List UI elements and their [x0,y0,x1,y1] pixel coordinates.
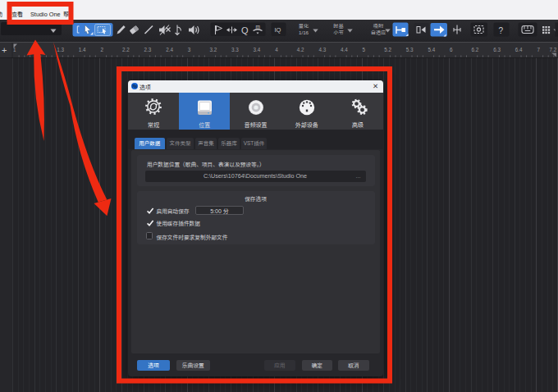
svg-text:1.3: 1.3 [57,47,64,52]
svg-text:4.4: 4.4 [341,47,348,52]
svg-text:2.2: 2.2 [122,47,130,52]
svg-text:1.4: 1.4 [79,47,86,52]
svg-text:1: 1 [13,47,16,52]
svg-text:5.3: 5.3 [406,47,414,52]
svg-text:2.4: 2.4 [166,47,173,52]
svg-text:6.3: 6.3 [493,47,501,52]
svg-text:2.3: 2.3 [144,47,152,52]
svg-text:3: 3 [188,47,191,52]
svg-text:6: 6 [450,47,453,52]
svg-text:2: 2 [100,47,103,52]
svg-text:?: ? [499,26,504,35]
svg-text:3.2: 3.2 [209,47,217,52]
svg-text:4.3: 4.3 [318,47,326,52]
svg-text:6.2: 6.2 [472,47,479,52]
svg-text:5.2: 5.2 [384,47,391,52]
svg-text:Q: Q [241,25,249,35]
svg-text:5.4: 5.4 [428,47,435,52]
svg-text:3.4: 3.4 [254,47,261,52]
svg-text:6.4: 6.4 [515,47,523,52]
svg-text:7: 7 [537,47,540,52]
svg-text:m: m [256,24,260,30]
svg-text:4.2: 4.2 [297,47,304,52]
svg-text:5: 5 [363,47,366,52]
svg-text:7.2: 7.2 [550,47,557,52]
svg-text:IQ: IQ [275,26,281,34]
svg-text:4: 4 [275,47,278,52]
svg-text:3.3: 3.3 [231,47,239,52]
svg-text:+: + [2,45,7,55]
